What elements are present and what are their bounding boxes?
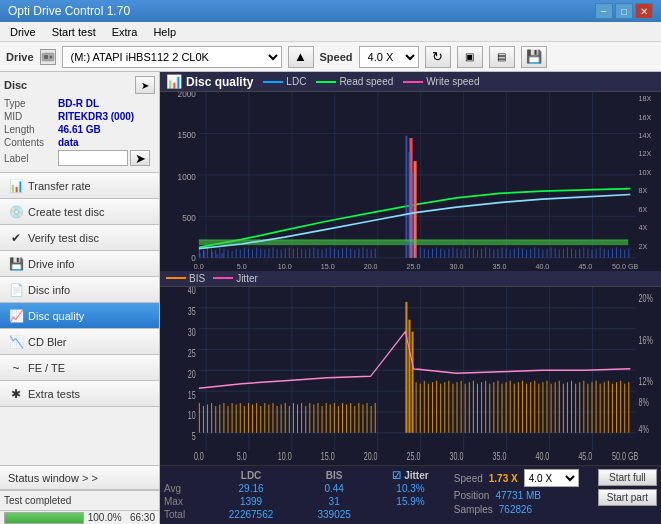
save-button[interactable]: 💾 <box>521 46 547 68</box>
nav-extra-tests[interactable]: ✱ Extra tests <box>0 381 159 407</box>
legend-ldc: LDC <box>263 76 306 87</box>
svg-rect-245 <box>432 382 433 433</box>
svg-text:12%: 12% <box>639 375 653 387</box>
eject-button[interactable]: ▲ <box>288 46 314 68</box>
speed-info: Speed 1.73 X 4.0 X Position 47731 MB Sam… <box>454 469 594 515</box>
drive-btn2[interactable]: ▣ <box>457 46 483 68</box>
svg-rect-250 <box>452 383 453 432</box>
svg-rect-141 <box>591 250 592 258</box>
svg-rect-285 <box>596 380 597 432</box>
nav-transfer-rate[interactable]: 📊 Transfer rate <box>0 173 159 199</box>
total-ldc: 22267562 <box>205 508 297 521</box>
svg-rect-264 <box>510 380 511 432</box>
nav-drive-info[interactable]: 💾 Drive info <box>0 251 159 277</box>
svg-rect-116 <box>489 249 490 258</box>
start-part-button[interactable]: Start part <box>598 489 657 506</box>
label-input[interactable] <box>58 150 128 166</box>
disc-mid-row: MID RITEKDR3 (000) <box>4 111 155 122</box>
status-window-button[interactable]: Status window > > <box>0 466 159 490</box>
nav-create-test-disc[interactable]: 💿 Create test disc <box>0 199 159 225</box>
svg-rect-91 <box>362 247 363 257</box>
svg-rect-127 <box>534 247 535 257</box>
svg-rect-199 <box>219 404 220 432</box>
speed-btn1[interactable]: ↻ <box>425 46 451 68</box>
svg-rect-134 <box>563 249 564 258</box>
menu-extra[interactable]: Extra <box>106 24 144 40</box>
svg-rect-135 <box>567 247 568 257</box>
menu-help[interactable]: Help <box>147 24 182 40</box>
drive-btn3[interactable]: ▤ <box>489 46 515 68</box>
svg-rect-72 <box>285 249 286 258</box>
menu-start-test[interactable]: Start test <box>46 24 102 40</box>
nav-fe-te[interactable]: ~ FE / TE <box>0 355 159 381</box>
avg-label: Avg <box>164 482 205 495</box>
svg-rect-248 <box>444 382 445 433</box>
svg-rect-273 <box>546 380 547 432</box>
disc-refresh-button[interactable]: ➤ <box>135 76 155 94</box>
svg-rect-288 <box>608 380 609 432</box>
svg-rect-131 <box>551 247 552 257</box>
maximize-button[interactable]: □ <box>615 3 633 19</box>
svg-rect-82 <box>326 249 327 258</box>
svg-rect-266 <box>518 382 519 433</box>
nav-transfer-rate-label: Transfer rate <box>28 180 91 192</box>
svg-rect-106 <box>448 249 449 258</box>
total-bis: 339025 <box>297 508 371 521</box>
svg-text:0.0: 0.0 <box>194 450 204 462</box>
svg-text:0.0: 0.0 <box>194 262 204 271</box>
progress-percent: 100.0% 66:30 <box>88 512 155 523</box>
nav-verify-test-disc[interactable]: ✔ Verify test disc <box>0 225 159 251</box>
svg-rect-75 <box>297 247 298 257</box>
svg-text:16X: 16X <box>639 112 652 122</box>
svg-rect-217 <box>293 403 294 433</box>
nav-disc-info[interactable]: 📄 Disc info <box>0 277 159 303</box>
disc-type-val: BD-R DL <box>58 98 99 109</box>
svg-rect-222 <box>313 404 314 432</box>
svg-rect-200 <box>223 403 224 433</box>
svg-rect-282 <box>583 380 584 432</box>
disc-section-title: Disc <box>4 79 27 91</box>
svg-rect-226 <box>330 404 331 432</box>
svg-rect-231 <box>350 403 351 433</box>
nav-extra-tests-label: Extra tests <box>28 388 80 400</box>
svg-rect-268 <box>526 383 527 432</box>
col-header-ldc: LDC <box>205 469 297 482</box>
svg-rect-110 <box>465 249 466 258</box>
disc-contents-row: Contents data <box>4 137 155 148</box>
svg-rect-59 <box>232 251 233 258</box>
svg-rect-117 <box>493 250 494 258</box>
status-window-label: Status window > > <box>8 472 98 484</box>
speed-select[interactable]: 4.0 X <box>359 46 419 68</box>
start-full-button[interactable]: Start full <box>598 469 657 486</box>
svg-rect-100 <box>424 249 425 258</box>
menu-drive[interactable]: Drive <box>4 24 42 40</box>
minimize-button[interactable]: − <box>595 3 613 19</box>
svg-rect-60 <box>236 249 237 258</box>
svg-rect-99 <box>420 247 421 257</box>
svg-rect-97 <box>412 173 414 258</box>
svg-rect-244 <box>428 383 429 432</box>
svg-text:50.0 GB: 50.0 GB <box>612 450 638 462</box>
label-go-button[interactable]: ➤ <box>130 150 150 166</box>
svg-rect-121 <box>510 250 511 258</box>
svg-rect-230 <box>346 404 347 432</box>
svg-rect-128 <box>538 249 539 258</box>
svg-rect-275 <box>555 382 556 433</box>
close-button[interactable]: ✕ <box>635 3 653 19</box>
svg-rect-73 <box>289 247 290 257</box>
svg-rect-66 <box>260 249 261 258</box>
svg-text:15: 15 <box>188 389 196 401</box>
lower-chart: 40 35 30 25 20 15 10 5 20% 16% 12% 8% 4%… <box>160 287 661 466</box>
drive-select[interactable]: (M:) ATAPI iHBS112 2 CL0K <box>62 46 282 68</box>
svg-rect-114 <box>481 249 482 258</box>
content-area: 📊 Disc quality LDC Read speed Write spee… <box>160 72 661 524</box>
nav-disc-quality[interactable]: 📈 Disc quality <box>0 303 159 329</box>
disc-quality-icon: 📈 <box>8 308 24 324</box>
nav-cd-bler[interactable]: 📉 CD Bler <box>0 329 159 355</box>
max-jitter: 15.9% <box>371 495 450 508</box>
disc-type-row: Type BD-R DL <box>4 98 155 109</box>
svg-text:35.0: 35.0 <box>492 450 506 462</box>
svg-rect-93 <box>371 250 372 258</box>
speed-setting-select[interactable]: 4.0 X <box>524 469 579 487</box>
legend-bis-label: BIS <box>189 273 205 284</box>
